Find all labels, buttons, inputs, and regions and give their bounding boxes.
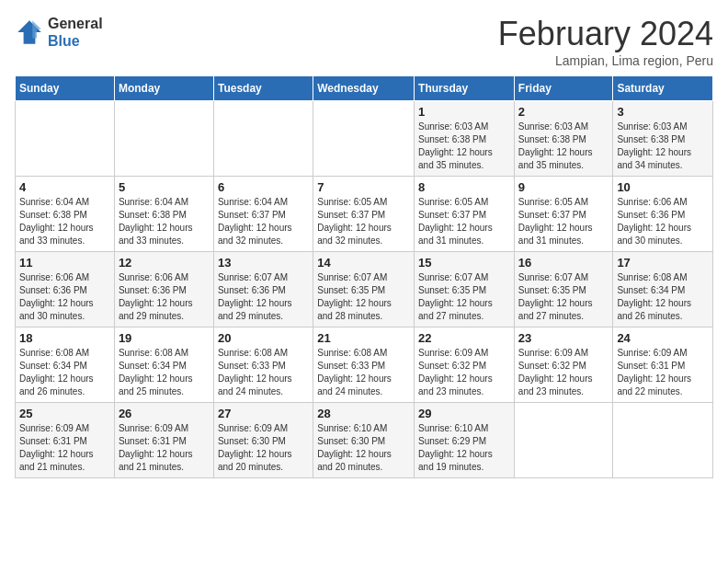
- day-cell: 16Sunrise: 6:07 AM Sunset: 6:35 PM Dayli…: [514, 252, 613, 327]
- day-number: 25: [19, 407, 110, 420]
- day-detail: Sunrise: 6:06 AM Sunset: 6:36 PM Dayligh…: [19, 271, 110, 323]
- day-number: 24: [617, 331, 709, 345]
- day-cell: 19Sunrise: 6:08 AM Sunset: 6:34 PM Dayli…: [114, 327, 213, 403]
- day-number: 22: [418, 331, 510, 345]
- calendar-subtitle: Lampian, Lima region, Peru: [498, 53, 713, 68]
- day-detail: Sunrise: 6:09 AM Sunset: 6:31 PM Dayligh…: [19, 422, 110, 474]
- day-detail: Sunrise: 6:10 AM Sunset: 6:29 PM Dayligh…: [418, 422, 510, 474]
- day-cell: 6Sunrise: 6:04 AM Sunset: 6:37 PM Daylig…: [213, 177, 313, 252]
- day-cell: [514, 403, 613, 478]
- svg-marker-0: [17, 20, 41, 44]
- week-row-2: 4Sunrise: 6:04 AM Sunset: 6:38 PM Daylig…: [16, 177, 713, 252]
- day-number: 19: [119, 331, 210, 345]
- day-number: 17: [617, 256, 709, 270]
- day-number: 10: [617, 180, 709, 194]
- day-cell: 28Sunrise: 6:10 AM Sunset: 6:30 PM Dayli…: [313, 403, 415, 478]
- day-detail: Sunrise: 6:05 AM Sunset: 6:37 PM Dayligh…: [518, 196, 609, 247]
- week-row-5: 25Sunrise: 6:09 AM Sunset: 6:31 PM Dayli…: [16, 403, 713, 478]
- day-number: 7: [317, 180, 410, 194]
- day-cell: 14Sunrise: 6:07 AM Sunset: 6:35 PM Dayli…: [313, 252, 415, 327]
- day-cell: 27Sunrise: 6:09 AM Sunset: 6:30 PM Dayli…: [213, 403, 313, 478]
- day-cell: 24Sunrise: 6:09 AM Sunset: 6:31 PM Dayli…: [613, 327, 713, 403]
- calendar-body: 1Sunrise: 6:03 AM Sunset: 6:38 PM Daylig…: [16, 101, 713, 478]
- day-number: 12: [119, 256, 210, 270]
- day-cell: [16, 101, 115, 177]
- day-detail: Sunrise: 6:04 AM Sunset: 6:37 PM Dayligh…: [218, 196, 309, 247]
- header-saturday: Saturday: [613, 76, 713, 101]
- day-detail: Sunrise: 6:06 AM Sunset: 6:36 PM Dayligh…: [617, 196, 709, 247]
- calendar-title: February 2024: [498, 15, 713, 53]
- logo-general: General: [48, 16, 103, 31]
- day-cell: 12Sunrise: 6:06 AM Sunset: 6:36 PM Dayli…: [114, 252, 213, 327]
- day-detail: Sunrise: 6:03 AM Sunset: 6:38 PM Dayligh…: [518, 121, 609, 172]
- day-number: 14: [317, 256, 410, 270]
- day-number: 28: [317, 407, 410, 420]
- day-cell: 5Sunrise: 6:04 AM Sunset: 6:38 PM Daylig…: [114, 177, 213, 252]
- day-detail: Sunrise: 6:03 AM Sunset: 6:38 PM Dayligh…: [418, 121, 510, 172]
- day-detail: Sunrise: 6:09 AM Sunset: 6:30 PM Dayligh…: [218, 422, 309, 474]
- day-detail: Sunrise: 6:07 AM Sunset: 6:35 PM Dayligh…: [518, 271, 609, 323]
- day-detail: Sunrise: 6:08 AM Sunset: 6:34 PM Dayligh…: [617, 271, 709, 323]
- title-area: February 2024 Lampian, Lima region, Peru: [498, 15, 713, 68]
- logo-blue: Blue: [48, 33, 80, 49]
- day-number: 13: [218, 256, 309, 270]
- day-cell: [114, 101, 213, 177]
- day-cell: 2Sunrise: 6:03 AM Sunset: 6:38 PM Daylig…: [514, 101, 613, 177]
- day-number: 1: [418, 105, 510, 119]
- day-number: 6: [218, 180, 309, 194]
- day-cell: 10Sunrise: 6:06 AM Sunset: 6:36 PM Dayli…: [613, 177, 713, 252]
- day-number: 4: [19, 180, 110, 194]
- day-detail: Sunrise: 6:07 AM Sunset: 6:35 PM Dayligh…: [418, 271, 510, 323]
- day-cell: 4Sunrise: 6:04 AM Sunset: 6:38 PM Daylig…: [16, 177, 115, 252]
- day-detail: Sunrise: 6:05 AM Sunset: 6:37 PM Dayligh…: [418, 196, 510, 247]
- day-number: 26: [119, 407, 210, 420]
- day-cell: 15Sunrise: 6:07 AM Sunset: 6:35 PM Dayli…: [415, 252, 515, 327]
- week-row-4: 18Sunrise: 6:08 AM Sunset: 6:34 PM Dayli…: [16, 327, 713, 403]
- week-row-1: 1Sunrise: 6:03 AM Sunset: 6:38 PM Daylig…: [16, 101, 713, 177]
- day-detail: Sunrise: 6:04 AM Sunset: 6:38 PM Dayligh…: [19, 196, 110, 247]
- day-cell: 20Sunrise: 6:08 AM Sunset: 6:33 PM Dayli…: [213, 327, 313, 403]
- day-detail: Sunrise: 6:10 AM Sunset: 6:30 PM Dayligh…: [317, 422, 410, 474]
- day-cell: 25Sunrise: 6:09 AM Sunset: 6:31 PM Dayli…: [16, 403, 115, 478]
- header-friday: Friday: [514, 76, 613, 101]
- header: General Blue February 2024 Lampian, Lima…: [15, 15, 713, 68]
- day-detail: Sunrise: 6:04 AM Sunset: 6:38 PM Dayligh…: [119, 196, 210, 247]
- day-cell: 23Sunrise: 6:09 AM Sunset: 6:32 PM Dayli…: [514, 327, 613, 403]
- day-cell: [613, 403, 713, 478]
- day-detail: Sunrise: 6:09 AM Sunset: 6:32 PM Dayligh…: [518, 347, 609, 398]
- day-number: 9: [518, 180, 609, 194]
- day-cell: 26Sunrise: 6:09 AM Sunset: 6:31 PM Dayli…: [114, 403, 213, 478]
- day-detail: Sunrise: 6:09 AM Sunset: 6:31 PM Dayligh…: [119, 422, 210, 474]
- day-cell: 17Sunrise: 6:08 AM Sunset: 6:34 PM Dayli…: [613, 252, 713, 327]
- day-number: 15: [418, 256, 510, 270]
- day-cell: 21Sunrise: 6:08 AM Sunset: 6:33 PM Dayli…: [313, 327, 415, 403]
- day-detail: Sunrise: 6:09 AM Sunset: 6:32 PM Dayligh…: [418, 347, 510, 398]
- header-thursday: Thursday: [415, 76, 515, 101]
- day-cell: 29Sunrise: 6:10 AM Sunset: 6:29 PM Dayli…: [415, 403, 515, 478]
- header-monday: Monday: [114, 76, 213, 101]
- day-number: 29: [418, 407, 510, 420]
- week-row-3: 11Sunrise: 6:06 AM Sunset: 6:36 PM Dayli…: [16, 252, 713, 327]
- day-detail: Sunrise: 6:08 AM Sunset: 6:33 PM Dayligh…: [218, 347, 309, 398]
- day-cell: 9Sunrise: 6:05 AM Sunset: 6:37 PM Daylig…: [514, 177, 613, 252]
- day-number: 23: [518, 331, 609, 345]
- logo-text: General Blue: [48, 15, 103, 50]
- day-number: 3: [617, 105, 709, 119]
- day-cell: 1Sunrise: 6:03 AM Sunset: 6:38 PM Daylig…: [415, 101, 515, 177]
- day-number: 11: [19, 256, 110, 270]
- day-cell: 11Sunrise: 6:06 AM Sunset: 6:36 PM Dayli…: [16, 252, 115, 327]
- logo-icon: [15, 17, 44, 47]
- day-number: 21: [317, 331, 410, 345]
- day-detail: Sunrise: 6:08 AM Sunset: 6:34 PM Dayligh…: [19, 347, 110, 398]
- day-number: 18: [19, 331, 110, 345]
- day-number: 8: [418, 180, 510, 194]
- day-detail: Sunrise: 6:07 AM Sunset: 6:35 PM Dayligh…: [317, 271, 410, 323]
- day-detail: Sunrise: 6:09 AM Sunset: 6:31 PM Dayligh…: [617, 347, 709, 398]
- day-number: 2: [518, 105, 609, 119]
- day-detail: Sunrise: 6:05 AM Sunset: 6:37 PM Dayligh…: [317, 196, 410, 247]
- day-cell: 3Sunrise: 6:03 AM Sunset: 6:38 PM Daylig…: [613, 101, 713, 177]
- svg-marker-1: [32, 20, 41, 38]
- day-cell: 8Sunrise: 6:05 AM Sunset: 6:37 PM Daylig…: [415, 177, 515, 252]
- header-wednesday: Wednesday: [313, 76, 415, 101]
- day-cell: 13Sunrise: 6:07 AM Sunset: 6:36 PM Dayli…: [213, 252, 313, 327]
